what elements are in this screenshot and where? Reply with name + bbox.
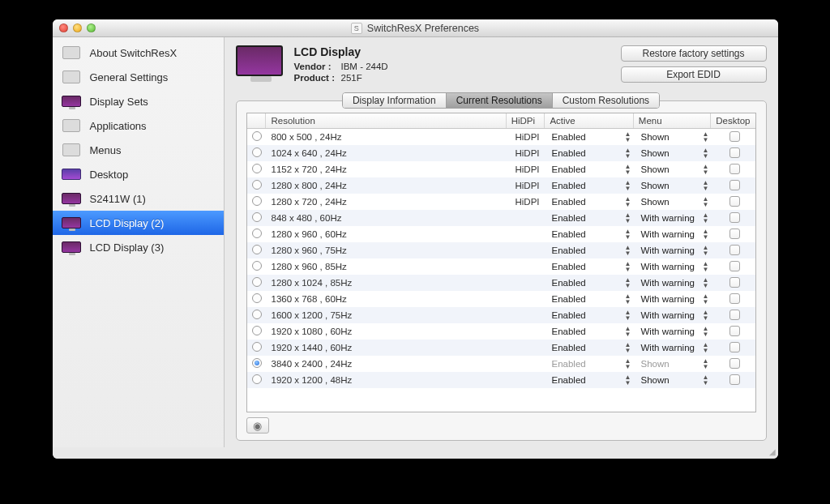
menu-popup[interactable]: With warning▲▼ [641,342,709,353]
table-row[interactable]: 1280 x 960 , 75HzEnabled▲▼With warning▲▼ [247,242,755,258]
active-popup[interactable]: Enabled▲▼ [552,342,631,353]
table-row[interactable]: 1280 x 960 , 60HzEnabled▲▼With warning▲▼ [247,226,755,242]
col-active[interactable]: Active [545,113,633,128]
table-row[interactable]: 1920 x 1200 , 48HzEnabled▲▼Shown▲▼ [247,372,755,388]
desktop-checkbox[interactable] [729,212,740,223]
table-row[interactable]: 1600 x 1200 , 75HzEnabled▲▼With warning▲… [247,307,755,323]
menu-popup[interactable]: With warning▲▼ [641,310,709,321]
export-edid-button[interactable]: Export EDID [621,66,767,83]
desktop-checkbox[interactable] [729,196,740,207]
desktop-checkbox[interactable] [729,164,740,174]
row-radio[interactable] [252,180,262,190]
sidebar-item[interactable]: Menus [53,138,224,162]
col-desktop[interactable]: Desktop [711,113,755,128]
tab[interactable]: Display Information [343,93,447,108]
table-row[interactable]: 1024 x 640 , 24HzHiDPIEnabled▲▼Shown▲▼ [247,145,755,161]
table-row[interactable]: 848 x 480 , 60HzEnabled▲▼With warning▲▼ [247,210,755,226]
table-row[interactable]: 1280 x 800 , 24HzHiDPIEnabled▲▼Shown▲▼ [247,177,755,194]
row-radio[interactable] [252,147,262,157]
sidebar-item[interactable]: S2411W (1) [53,186,224,211]
row-radio[interactable] [252,196,262,206]
menu-popup[interactable]: Shown▲▼ [641,358,709,369]
row-radio[interactable] [252,342,262,352]
desktop-checkbox[interactable] [729,261,740,271]
menu-popup[interactable]: With warning▲▼ [641,212,709,224]
row-radio[interactable] [252,261,262,271]
active-popup[interactable]: Enabled▲▼ [552,261,631,272]
desktop-checkbox[interactable] [729,293,740,304]
row-radio[interactable] [252,374,262,384]
active-popup[interactable]: Enabled▲▼ [552,164,631,175]
menu-popup[interactable]: Shown▲▼ [641,164,709,175]
desktop-checkbox[interactable] [729,131,740,142]
desktop-checkbox[interactable] [729,326,740,336]
restore-factory-button[interactable]: Restore factory settings [621,45,767,62]
table-row[interactable]: 1920 x 1080 , 60HzEnabled▲▼With warning▲… [247,323,755,340]
table-row[interactable]: 1280 x 960 , 85HzEnabled▲▼With warning▲▼ [247,258,755,275]
row-radio[interactable] [252,293,262,303]
menu-popup[interactable]: Shown▲▼ [641,131,709,143]
table-row[interactable]: 800 x 500 , 24HzHiDPIEnabled▲▼Shown▲▼ [247,129,755,145]
desktop-checkbox[interactable] [729,180,740,190]
row-radio[interactable] [252,326,262,335]
active-popup[interactable]: Enabled▲▼ [552,310,631,321]
menu-popup[interactable]: Shown▲▼ [641,180,709,191]
active-popup[interactable]: Enabled▲▼ [552,358,631,369]
sidebar-item[interactable]: Desktop [53,162,224,186]
tab[interactable]: Custom Resolutions [553,93,659,108]
row-radio[interactable] [252,164,262,173]
row-radio[interactable] [252,310,262,319]
menu-popup[interactable]: Shown▲▼ [641,196,709,207]
row-radio[interactable] [252,245,262,254]
desktop-checkbox[interactable] [729,374,740,385]
desktop-checkbox[interactable] [729,358,740,369]
row-radio[interactable] [252,358,262,368]
sidebar-item[interactable]: About SwitchResX [53,41,224,65]
table-row[interactable]: 1920 x 1440 , 60HzEnabled▲▼With warning▲… [247,340,755,356]
active-popup[interactable]: Enabled▲▼ [552,374,631,386]
table-row[interactable]: 3840 x 2400 , 24HzEnabled▲▼Shown▲▼ [247,356,755,372]
active-popup[interactable]: Enabled▲▼ [552,245,631,256]
resize-handle-icon[interactable]: ◢ [53,447,778,459]
sidebar-item[interactable]: Applications [53,113,224,138]
menu-popup[interactable]: With warning▲▼ [641,261,709,272]
active-popup[interactable]: Enabled▲▼ [552,277,631,288]
desktop-checkbox[interactable] [729,147,740,158]
active-popup[interactable]: Enabled▲▼ [552,180,631,191]
row-radio[interactable] [252,277,262,287]
sidebar-item[interactable]: General Settings [53,65,224,89]
active-popup[interactable]: Enabled▲▼ [552,326,631,337]
quicklook-button[interactable]: ◉ [246,417,269,434]
active-popup[interactable]: Enabled▲▼ [552,147,631,159]
sidebar-item[interactable]: LCD Display (2) [53,211,224,235]
row-radio[interactable] [252,131,262,141]
menu-popup[interactable]: With warning▲▼ [641,326,709,337]
menu-popup[interactable]: Shown▲▼ [641,147,709,159]
table-row[interactable]: 1152 x 720 , 24HzHiDPIEnabled▲▼Shown▲▼ [247,161,755,177]
menu-popup[interactable]: Shown▲▼ [641,374,709,386]
row-radio[interactable] [252,229,262,238]
menu-popup[interactable]: With warning▲▼ [641,277,709,288]
sidebar-item[interactable]: Display Sets [53,89,224,113]
table-row[interactable]: 1280 x 1024 , 85HzEnabled▲▼With warning▲… [247,275,755,291]
menu-popup[interactable]: With warning▲▼ [641,245,709,256]
active-popup[interactable]: Enabled▲▼ [552,212,631,224]
active-popup[interactable]: Enabled▲▼ [552,196,631,207]
menu-popup[interactable]: With warning▲▼ [641,229,709,240]
col-resolution[interactable]: Resolution [266,113,506,128]
row-radio[interactable] [252,212,262,222]
desktop-checkbox[interactable] [729,342,740,352]
tab[interactable]: Current Resolutions [447,93,553,108]
active-popup[interactable]: Enabled▲▼ [552,293,631,305]
desktop-checkbox[interactable] [729,277,740,288]
menu-popup[interactable]: With warning▲▼ [641,293,709,305]
desktop-checkbox[interactable] [729,229,740,239]
col-menu[interactable]: Menu [634,113,711,128]
col-hidpi[interactable]: HiDPi [507,113,545,128]
table-row[interactable]: 1280 x 720 , 24HzHiDPIEnabled▲▼Shown▲▼ [247,194,755,210]
desktop-checkbox[interactable] [729,245,740,255]
table-row[interactable]: 1360 x 768 , 60HzEnabled▲▼With warning▲▼ [247,291,755,307]
active-popup[interactable]: Enabled▲▼ [552,131,631,143]
active-popup[interactable]: Enabled▲▼ [552,229,631,240]
sidebar-item[interactable]: LCD Display (3) [53,235,224,259]
